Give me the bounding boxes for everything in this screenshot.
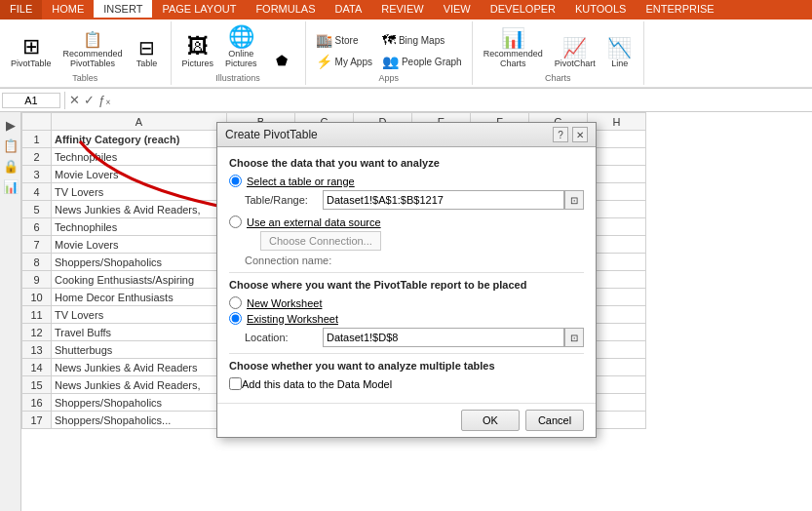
tables-group-label: Tables xyxy=(72,73,97,83)
insert-function-icon[interactable]: ƒₓ xyxy=(98,93,111,107)
cell-a2[interactable]: Technophiles xyxy=(52,148,227,166)
cell-reference-input[interactable] xyxy=(2,93,60,108)
cell-a16[interactable]: Shoppers/Shopaholics xyxy=(52,394,227,412)
radio-row-3: New Worksheet xyxy=(229,296,584,309)
sidebar: ▶ 📋 🔒 📊 xyxy=(0,112,21,511)
table-range-input[interactable] xyxy=(323,190,564,210)
connection-name-label: Connection name: xyxy=(245,255,584,266)
cell-a3[interactable]: Movie Lovers xyxy=(52,166,227,183)
tab-developer[interactable]: DEVELOPER xyxy=(481,0,565,20)
cell-a5[interactable]: News Junkies & Avid Readers, xyxy=(52,201,227,218)
cell-a1[interactable]: Affinity Category (reach) xyxy=(52,131,227,148)
tab-review[interactable]: REVIEW xyxy=(371,0,433,20)
ribbon-group-illustrations: 🖼 Pictures 🌐 OnlinePictures ⬟ Illustrati… xyxy=(172,21,306,85)
dialog-help-button[interactable]: ? xyxy=(553,127,568,142)
radio-row-2: Use an external data source xyxy=(229,216,584,228)
row-number: 3 xyxy=(22,166,52,183)
row-number: 11 xyxy=(22,306,52,324)
tab-insert[interactable]: INSERT xyxy=(94,0,152,20)
online-pictures-button[interactable]: 🌐 OnlinePictures xyxy=(220,23,262,71)
cell-a9[interactable]: Cooking Enthusiasts/Aspiring xyxy=(52,271,227,289)
tab-view[interactable]: VIEW xyxy=(434,0,481,20)
formula-input[interactable] xyxy=(115,94,810,107)
shapes-icon: ⬟ xyxy=(276,54,288,67)
sidebar-icon-1[interactable]: ▶ xyxy=(4,116,18,135)
line-chart-icon: 📉 xyxy=(607,38,632,58)
ok-button[interactable]: OK xyxy=(461,410,520,431)
section2-title: Choose where you want the PivotTable rep… xyxy=(229,279,584,291)
radio-external-source[interactable] xyxy=(229,216,242,228)
cell-a11[interactable]: TV Lovers xyxy=(52,306,227,324)
pictures-icon: 🖼 xyxy=(187,36,209,58)
tab-data[interactable]: DATA xyxy=(326,0,372,20)
sidebar-icon-2[interactable]: 📋 xyxy=(1,137,20,155)
pivot-chart-button[interactable]: 📈 PivotChart xyxy=(550,35,600,71)
cell-a13[interactable]: Shutterbugs xyxy=(52,341,227,359)
row-number: 14 xyxy=(22,359,52,376)
radio-existing-worksheet[interactable] xyxy=(229,312,242,325)
tab-enterprise[interactable]: ENTERPRISE xyxy=(636,0,723,20)
section1-title: Choose the data that you want to analyze xyxy=(229,157,584,169)
shapes-button[interactable]: ⬟ xyxy=(264,51,299,71)
line-chart-button[interactable]: 📉 Line xyxy=(602,35,638,71)
row-number: 17 xyxy=(22,412,52,429)
cell-a17[interactable]: Shoppers/Shopaholics... xyxy=(52,412,227,429)
sidebar-icon-4[interactable]: 📊 xyxy=(1,177,20,196)
data-model-label[interactable]: Add this data to the Data Model xyxy=(242,378,392,390)
location-input[interactable] xyxy=(323,328,564,347)
radio-external-label[interactable]: Use an external data source xyxy=(247,216,381,228)
cancel-formula-icon[interactable]: ✕ xyxy=(69,93,80,107)
recommended-pivot-button[interactable]: 📋 RecommendedPivotTables xyxy=(58,29,128,71)
row-number: 10 xyxy=(22,289,52,306)
cancel-button[interactable]: Cancel xyxy=(525,410,584,431)
tab-home[interactable]: HOME xyxy=(42,0,94,20)
store-icon: 🏬 xyxy=(316,32,332,48)
col-header-a[interactable]: A xyxy=(52,113,227,131)
create-pivot-table-dialog: Create PivotTable ? ✕ Choose the data th… xyxy=(216,122,597,438)
pivot-table-button[interactable]: ⊞ PivotTable xyxy=(6,33,57,71)
data-model-checkbox[interactable] xyxy=(229,377,242,390)
cell-a7[interactable]: Movie Lovers xyxy=(52,236,227,254)
row-number: 12 xyxy=(22,324,52,341)
cell-a4[interactable]: TV Lovers xyxy=(52,183,227,201)
sidebar-icon-3[interactable]: 🔒 xyxy=(1,157,20,176)
radio-table-range[interactable] xyxy=(229,175,242,187)
recommended-charts-button[interactable]: 📊 RecommendedCharts xyxy=(479,25,548,71)
dialog-footer: OK Cancel xyxy=(217,403,596,437)
tab-file[interactable]: FILE xyxy=(0,0,42,20)
radio-row-1: Select a table or range xyxy=(229,175,584,187)
radio-table-range-label[interactable]: Select a table or range xyxy=(247,176,355,187)
row-number: 13 xyxy=(22,341,52,359)
location-field-row: Location: ⊡ xyxy=(245,328,584,347)
radio-existing-worksheet-label[interactable]: Existing Worksheet xyxy=(247,313,338,325)
main-area: ▶ 📋 🔒 📊 A B C D xyxy=(0,112,812,511)
pictures-button[interactable]: 🖼 Pictures xyxy=(177,33,219,71)
bing-maps-button[interactable]: 🗺 Bing Maps xyxy=(378,30,466,50)
cell-a15[interactable]: News Junkies & Avid Readers, xyxy=(52,376,227,394)
confirm-formula-icon[interactable]: ✓ xyxy=(84,93,95,107)
table-range-picker-button[interactable]: ⊡ xyxy=(564,190,584,210)
cell-a6[interactable]: Technophiles xyxy=(52,218,227,236)
location-picker-button[interactable]: ⊡ xyxy=(564,328,584,347)
my-apps-button[interactable]: ⚡ My Apps xyxy=(312,52,376,71)
recommended-charts-icon: 📊 xyxy=(501,28,525,48)
pivot-table-icon: ⊞ xyxy=(22,36,40,58)
cell-a14[interactable]: News Junkies & Avid Readers xyxy=(52,359,227,376)
tab-page-layout[interactable]: PAGE LAYOUT xyxy=(152,0,246,20)
table-button[interactable]: ⊟ Table xyxy=(130,35,165,71)
choose-connection-button[interactable]: Choose Connection... xyxy=(260,231,381,251)
people-graph-button[interactable]: 👥 People Graph xyxy=(378,52,466,71)
tab-formulas[interactable]: FORMULAS xyxy=(246,0,325,20)
formula-icons: ✕ ✓ ƒₓ xyxy=(69,93,111,107)
table-range-label: Table/Range: xyxy=(245,194,323,206)
radio-new-worksheet-label[interactable]: New Worksheet xyxy=(247,297,322,309)
store-button[interactable]: 🏬 Store xyxy=(312,30,376,50)
cell-a12[interactable]: Travel Buffs xyxy=(52,324,227,341)
row-num-header xyxy=(22,113,52,131)
dialog-close-button[interactable]: ✕ xyxy=(572,127,588,142)
radio-new-worksheet[interactable] xyxy=(229,296,242,309)
tab-kutools[interactable]: KUTOOLS xyxy=(565,0,636,20)
cell-a8[interactable]: Shoppers/Shopaholics xyxy=(52,254,227,271)
cell-a10[interactable]: Home Decor Enthusiasts xyxy=(52,289,227,306)
charts-group-label: Charts xyxy=(545,73,571,83)
